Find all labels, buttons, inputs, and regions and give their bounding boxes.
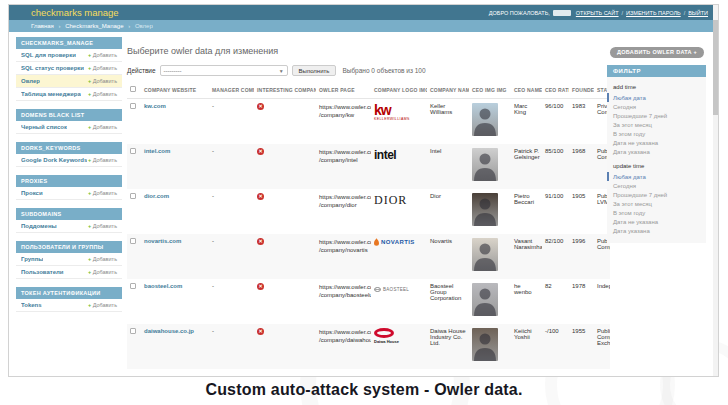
sidebar-item-owler[interactable]: Овлер+ Добавить <box>16 75 122 88</box>
sidebar-item-tokens[interactable]: Tokens+ Добавить <box>16 299 122 312</box>
scrollbar-thumb[interactable] <box>713 20 718 115</box>
view-site-link[interactable]: ОТКРЫТЬ САЙТ <box>576 10 619 16</box>
ceo-img-cell <box>469 234 511 279</box>
company-website-cell: daiwahouse.co.jp <box>141 324 209 369</box>
column-header[interactable]: FOUNDED <box>569 81 594 99</box>
row-checkbox[interactable] <box>130 283 136 289</box>
filter-option[interactable]: Прошедшие 7 дней <box>607 190 706 199</box>
row-checkbox[interactable] <box>130 238 136 244</box>
site-title[interactable]: checkmarks manage <box>31 7 119 18</box>
sidebar-item-label[interactable]: Tokens <box>21 302 42 308</box>
run-action-button[interactable]: Выполнить <box>292 65 337 76</box>
company-logo-baosteel: BAOSTEEL <box>374 287 424 293</box>
column-header[interactable]: COMPANY LOGO IMG <box>371 81 427 99</box>
column-header[interactable]: INTERESTING COMPANY <box>254 81 316 99</box>
sidebar-item-label[interactable]: Прокси <box>21 190 43 196</box>
filter-option[interactable]: Дата указана <box>607 226 706 235</box>
sidebar-item-label[interactable]: Овлер <box>21 78 40 84</box>
false-icon: ✕ <box>257 283 264 290</box>
sidebar-add-sql-status-check[interactable]: + Добавить <box>88 65 117 71</box>
sidebar-add-google-dork-keywords[interactable]: + Добавить <box>88 157 117 163</box>
company-website-link[interactable]: baosteel.com <box>144 283 182 289</box>
interesting-company-cell: ✕ <box>254 234 316 279</box>
sidebar-add-groups[interactable]: + Добавить <box>88 256 117 262</box>
sidebar-item-label[interactable]: SQL для проверки <box>21 52 76 58</box>
company-website-link[interactable]: kw.com <box>144 103 166 109</box>
sidebar-add-users[interactable]: + Добавить <box>88 269 117 275</box>
sidebar-item-label[interactable]: Черный список <box>21 124 67 130</box>
row-checkbox[interactable] <box>130 193 136 199</box>
breadcrumb-app[interactable]: Checkmarks_Manage <box>65 23 123 29</box>
sidebar-add-manager-table[interactable]: + Добавить <box>88 91 117 97</box>
filter-option[interactable]: Дата указана <box>607 147 706 156</box>
sidebar-item-users[interactable]: Пользователи+ Добавить <box>16 266 122 279</box>
sidebar-add-tokens[interactable]: + Добавить <box>88 302 117 308</box>
company-website-link[interactable]: novartis.com <box>144 238 181 244</box>
sidebar-item-label[interactable]: SQL статус проверки <box>21 65 84 71</box>
sidebar-module: SUBDOMAINSПоддомены+ Добавить <box>16 208 122 233</box>
column-header[interactable]: CEO RATING <box>542 81 569 99</box>
sidebar-item-label[interactable]: Google Dork Keywords <box>21 157 87 163</box>
sidebar-item-groups[interactable]: Группы+ Добавить <box>16 253 122 266</box>
change-password-link[interactable]: ИЗМЕНИТЬ ПАРОЛЬ <box>626 10 681 16</box>
founded-cell: 1996 <box>569 234 594 279</box>
add-owler-data-button[interactable]: ДОБАВИТЬ OWLER DATA + <box>610 47 704 58</box>
plus-icon: + <box>88 190 91 196</box>
column-header[interactable]: COMPANY NAME <box>427 81 469 99</box>
company-website-link[interactable]: dior.com <box>144 193 169 199</box>
filter-option[interactable]: За этот месяц <box>607 120 706 129</box>
scrollbar[interactable] <box>713 5 718 376</box>
action-select[interactable]: --------- ▼ <box>160 65 288 76</box>
company-logo-cell: Daiwa House <box>371 324 427 369</box>
interesting-company-cell: ✕ <box>254 324 316 369</box>
sidebar-add-black-list[interactable]: + Добавить <box>88 124 117 130</box>
column-header[interactable]: CEO IMG IMG <box>469 81 511 99</box>
owler-url-line2: /company/novartis <box>319 246 368 254</box>
filter-option[interactable]: Сегодня <box>607 181 706 190</box>
sidebar-item-label[interactable]: Поддомены <box>21 223 57 229</box>
sidebar-item-manager-table[interactable]: Таблица менеджера+ Добавить <box>16 88 122 101</box>
filter-option[interactable]: Дата не указана <box>607 217 706 226</box>
sidebar-item-sql-status-check[interactable]: SQL статус проверки+ Добавить <box>16 62 122 75</box>
sidebar-item-subdomains[interactable]: Поддомены+ Добавить <box>16 220 122 233</box>
row-checkbox[interactable] <box>130 328 136 334</box>
filter-option[interactable]: За этот месяц <box>607 199 706 208</box>
sidebar-add-owler[interactable]: + Добавить <box>88 78 117 84</box>
sidebar-add-sql-check[interactable]: + Добавить <box>88 52 117 58</box>
plus-icon: + <box>88 223 91 229</box>
owler-page-cell: https://www.owler.com/company/intel <box>316 144 371 189</box>
row-checkbox[interactable] <box>130 148 136 154</box>
select-all-checkbox[interactable] <box>130 86 136 92</box>
owler-url-line2: /company/dior <box>319 201 368 209</box>
breadcrumb-home[interactable]: Главная <box>31 23 54 29</box>
row-checkbox[interactable] <box>130 103 136 109</box>
filter-option[interactable]: В этом году <box>607 208 706 217</box>
sidebar-add-subdomains[interactable]: + Добавить <box>88 223 117 229</box>
sidebar-item-proxy[interactable]: Прокси+ Добавить <box>16 187 122 200</box>
company-website-link[interactable]: intel.com <box>144 148 170 154</box>
filter-option[interactable]: Любая дата <box>607 93 706 102</box>
sidebar-item-google-dork-keywords[interactable]: Google Dork Keywords+ Добавить <box>16 154 122 167</box>
filter-title: ФИЛЬТР <box>607 65 706 77</box>
sidebar-item-black-list[interactable]: Черный список+ Добавить <box>16 121 122 134</box>
filter-option[interactable]: Прошедшие 7 дней <box>607 111 706 120</box>
sidebar-item-sql-check[interactable]: SQL для проверки+ Добавить <box>16 49 122 62</box>
sidebar-item-label[interactable]: Таблица менеджера <box>21 91 81 97</box>
column-header[interactable]: MANAGER COMMENT <box>209 81 254 99</box>
plus-icon: + <box>88 91 91 97</box>
column-header[interactable]: CEO NAME <box>511 81 542 99</box>
logout-link[interactable]: ВЫЙТИ <box>688 10 708 16</box>
sidebar-item-label[interactable]: Группы <box>21 256 43 262</box>
ceo-name-cell: Keiichi Yoshii <box>511 324 542 369</box>
company-logo-kw: kwKELLERWILLIAMS <box>374 103 424 122</box>
sidebar-add-proxy[interactable]: + Добавить <box>88 190 117 196</box>
filter-option[interactable]: Любая дата <box>607 172 706 181</box>
filter-option[interactable]: В этом году <box>607 129 706 138</box>
filter-option[interactable]: Дата не указана <box>607 138 706 147</box>
filter-option[interactable]: Сегодня <box>607 102 706 111</box>
company-website-link[interactable]: daiwahouse.co.jp <box>144 328 194 334</box>
sidebar-item-label[interactable]: Пользователи <box>21 269 64 275</box>
column-header[interactable]: OWLER PAGE <box>316 81 371 99</box>
caption: Custom auto-attack system - Owler data. <box>0 381 728 399</box>
column-header[interactable]: COMPANY WEBSITE <box>141 81 209 99</box>
